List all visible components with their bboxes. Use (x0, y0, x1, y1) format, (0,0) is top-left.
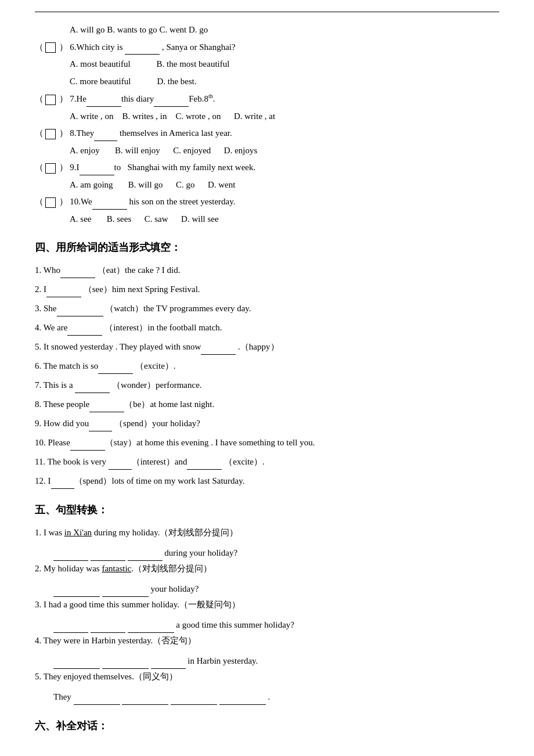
mc-item-6: （ ） 6.Which city is , Sanya or Shanghai? (35, 40, 499, 55)
section5: 五、句型转换： 1. I was in Xi'an during my holi… (35, 503, 499, 705)
q9-text: 9.Ito Shanghai with my family next week. (70, 163, 255, 172)
blank-t1a (53, 552, 88, 561)
blank-t4a (53, 660, 100, 669)
q8-options: A. enjoy B. will enjoy C. enjoyed D. enj… (70, 143, 499, 159)
paren-close-8: ） (59, 128, 68, 138)
blank-t4b (102, 660, 149, 669)
paren-10: （ (35, 195, 43, 210)
blank-t1b (91, 552, 125, 561)
paren-8: （ (35, 126, 43, 141)
paren-close-9: ） (59, 163, 68, 172)
blank-f6 (98, 365, 133, 374)
bracket-7 (45, 95, 56, 105)
blank-t3b (91, 624, 125, 633)
blank-f5 (201, 345, 236, 355)
q6-options-1: A. most beautiful B. the most beautiful (70, 57, 499, 72)
t2-original: 2. My holiday was fantastic.（对划线部分提问） (35, 564, 212, 573)
blank-f9 (89, 422, 112, 431)
blank-q7a (86, 98, 121, 107)
mc-item-7: （ ） 7.Hethis diaryFeb.8th. (35, 91, 499, 107)
transform-item-2: 2. My holiday was fantastic.（对划线部分提问） (35, 561, 499, 577)
blank-f11a (109, 460, 132, 470)
section5-title: 五、句型转换： (35, 503, 499, 517)
section4-title: 四、用所给词的适当形式填空： (35, 240, 499, 254)
fill-1-text: 1. Who （eat）the cake ? I did. (35, 265, 181, 275)
q7-options: A. write , on B. writes , in C. wrote , … (70, 109, 499, 124)
blank-f11b (187, 460, 222, 470)
fill-item-8: 8. These people（be）at home last night. (35, 397, 499, 412)
mc-item-10: （ ） 10.We his son on the street yesterda… (35, 195, 499, 210)
blank-t5d (219, 696, 266, 705)
pre-options-line: A. will go B. wants to go C. went D. go (70, 23, 499, 38)
t3-rest: a good time this summer holiday? (176, 620, 294, 629)
transform-item-5: 5. They enjoyed themselves.（同义句） (35, 669, 499, 685)
bracket-9 (45, 163, 56, 174)
section6-title: 六、补全对话： (35, 719, 499, 733)
t2-underline: fantastic (102, 564, 131, 573)
blank-f4 (67, 326, 102, 336)
paren-7: （ (35, 92, 43, 107)
transform-item-4: 4. They were in Harbin yesterday.（否定句） (35, 633, 499, 649)
fill-7-text: 7. This is a （wonder）performance. (35, 380, 202, 390)
blank-f7 (75, 384, 110, 393)
fill-item-7: 7. This is a （wonder）performance. (35, 377, 499, 393)
blank-t5b (122, 696, 168, 705)
t5-original: 5. They enjoyed themselves.（同义句） (35, 672, 178, 681)
q6-options-2: C. more beautiful D. the best. (70, 74, 499, 89)
mc-item-9: （ ） 9.Ito Shanghai with my family next w… (35, 160, 499, 175)
blank-t3c (128, 624, 174, 633)
paren-9: （ (35, 160, 43, 175)
q6-opt-cd: C. more beautiful D. the best. (70, 77, 197, 86)
fill-5-text: 5. It snowed yesterday . They played wit… (35, 342, 279, 351)
t4-original: 4. They were in Harbin yesterday.（否定句） (35, 636, 196, 645)
blank-t5c (171, 696, 217, 705)
t1-rest: during your holiday? (164, 548, 237, 557)
fill-item-6: 6. The match is so （excite）. (35, 358, 499, 374)
fill-9-text: 9. How did you （spend）your holiday? (35, 419, 200, 428)
fill-8-text: 8. These people（be）at home last night. (35, 399, 214, 409)
top-divider (35, 12, 499, 12)
blank-q9 (80, 166, 114, 175)
bracket-6 (45, 42, 56, 53)
blank-f1 (60, 269, 95, 278)
blank-t1c (128, 552, 163, 561)
t1-underline: in Xi'an (64, 528, 92, 537)
blank-q8 (94, 132, 117, 141)
q7-text: 7.Hethis diaryFeb.8th. (70, 94, 215, 103)
q8-text: 8.They themselves in America last year. (70, 128, 232, 138)
fill-4-text: 4. We are （interest）in the football matc… (35, 323, 222, 332)
fill-item-4: 4. We are （interest）in the football matc… (35, 320, 499, 336)
blank-f12 (51, 480, 74, 489)
transform-item-1: 1. I was in Xi'an during my holiday.（对划线… (35, 525, 499, 541)
q9-opt: A. am going B. will go C. go D. went (70, 180, 235, 189)
t5-blanks: They . (53, 689, 499, 705)
blank-q7b (154, 98, 189, 107)
blank-f2 (46, 288, 81, 297)
bracket-8 (45, 129, 56, 139)
t4-rest: in Harbin yesterday. (187, 656, 258, 665)
q9-options: A. am going B. will go C. go D. went (70, 178, 499, 193)
paren-close-10: ） (59, 197, 68, 206)
mc-section: （ ） 6.Which city is , Sanya or Shanghai?… (35, 40, 499, 227)
q10-options: A. see B. sees C. saw D. will see (70, 212, 499, 227)
q10-opt: A. see B. sees C. saw D. will see (70, 214, 219, 224)
t5-they: They (53, 692, 71, 701)
section6: 六、补全对话： (35, 719, 499, 733)
blank-f10 (70, 441, 105, 451)
t5-period: . (268, 692, 270, 701)
t3-blanks: a good time this summer holiday? (53, 617, 499, 633)
fill-item-2: 2. I （see）him next Spring Festival. (35, 282, 499, 297)
fill-item-1: 1. Who （eat）the cake ? I did. (35, 262, 499, 278)
section4: 四、用所给词的适当形式填空： 1. Who （eat）the cake ? I … (35, 240, 499, 489)
blank-t4c (151, 660, 186, 669)
t1-blanks: during your holiday? (53, 545, 499, 561)
fill-6-text: 6. The match is so （excite）. (35, 361, 176, 370)
q6-text: 6.Which city is , Sanya or Shanghai? (70, 42, 235, 52)
fill-item-11: 11. The book is very （interest）and （exci… (35, 454, 499, 470)
blank-t2a (53, 588, 100, 597)
blank-q6 (125, 45, 160, 55)
blank-t3a (53, 624, 88, 633)
fill-item-3: 3. She （watch）the TV programmes every da… (35, 301, 499, 316)
t1-original: 1. I was in Xi'an during my holiday.（对划线… (35, 528, 238, 537)
fill-item-9: 9. How did you （spend）your holiday? (35, 416, 499, 431)
